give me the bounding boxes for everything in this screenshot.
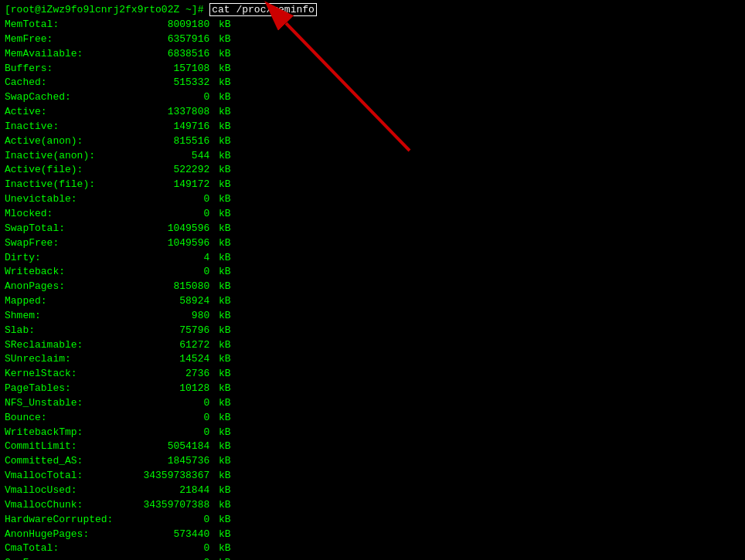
mem-value: 58924 — [138, 294, 210, 309]
table-row: SReclaimable: 61272 kB — [5, 338, 740, 353]
table-row: Dirty: 4 kB — [5, 251, 740, 266]
mem-unit: kB — [213, 352, 230, 367]
mem-unit: kB — [213, 440, 230, 454]
mem-value: 0 — [138, 426, 210, 440]
mem-key: NFS_Unstable: — [5, 396, 138, 411]
mem-key: CmaTotal: — [5, 541, 138, 556]
mem-unit: kB — [213, 528, 230, 542]
mem-key: Committed_AS: — [5, 454, 138, 469]
table-row: Bounce: 0 kB — [5, 411, 740, 426]
table-row: VmallocChunk: 34359707388 kB — [5, 498, 740, 513]
terminal-window: [root@iZwz9fo9lcnrj2fx9rto02Z ~]# cat /p… — [0, 0, 745, 560]
mem-unit: kB — [213, 222, 230, 236]
mem-unit: kB — [213, 411, 230, 426]
table-row: Mlocked: 0 kB — [5, 207, 740, 222]
mem-key: Writeback: — [5, 265, 138, 280]
mem-value: 0 — [138, 265, 210, 280]
mem-value: 0 — [138, 556, 210, 560]
table-row: Active: 1337808 kB — [5, 105, 740, 120]
mem-value: 5054184 — [138, 440, 210, 454]
mem-unit: kB — [213, 134, 230, 149]
mem-unit: kB — [213, 178, 230, 192]
table-row: Inactive(anon): 544 kB — [5, 149, 740, 164]
mem-value: 0 — [138, 513, 210, 528]
table-row: Buffers: 157108 kB — [5, 62, 740, 76]
mem-value: 34359707388 — [138, 498, 210, 513]
table-row: Active(file): 522292 kB — [5, 163, 740, 178]
meminfo-output: MemTotal: 8009180 kBMemFree: 6357916 kBM… — [5, 18, 740, 560]
mem-key: MemAvailable: — [5, 47, 138, 62]
mem-key: AnonPages: — [5, 280, 138, 294]
mem-unit: kB — [213, 62, 230, 76]
mem-key: Cached: — [5, 76, 138, 90]
mem-value: 6357916 — [138, 32, 210, 47]
table-row: Inactive(file): 149172 kB — [5, 178, 740, 192]
table-row: MemTotal: 8009180 kB — [5, 18, 740, 32]
table-row: Committed_AS: 1845736 kB — [5, 454, 740, 469]
mem-key: SwapTotal: — [5, 222, 138, 236]
mem-key: AnonHugePages: — [5, 528, 138, 542]
mem-unit: kB — [213, 192, 230, 207]
mem-value: 544 — [138, 149, 210, 164]
table-row: AnonPages: 815080 kB — [5, 280, 740, 294]
command-text: cat /proc/meminfo — [209, 3, 317, 16]
mem-value: 6838516 — [138, 47, 210, 62]
mem-unit: kB — [213, 396, 230, 411]
mem-value: 4 — [138, 251, 210, 266]
mem-key: Dirty: — [5, 251, 138, 266]
mem-value: 75796 — [138, 324, 210, 338]
prompt-text: [root@iZwz9fo9lcnrj2fx9rto02Z ~]# — [5, 4, 209, 15]
table-row: MemAvailable: 6838516 kB — [5, 47, 740, 62]
mem-unit: kB — [213, 338, 230, 353]
mem-unit: kB — [213, 76, 230, 90]
mem-key: Unevictable: — [5, 192, 138, 207]
mem-unit: kB — [213, 367, 230, 382]
mem-unit: kB — [213, 484, 230, 498]
table-row: SwapFree: 1049596 kB — [5, 236, 740, 251]
table-row: Inactive: 149716 kB — [5, 120, 740, 134]
mem-value: 815516 — [138, 134, 210, 149]
mem-unit: kB — [213, 382, 230, 396]
mem-key: Slab: — [5, 324, 138, 338]
mem-value: 0 — [138, 90, 210, 105]
mem-key: VmallocChunk: — [5, 498, 138, 513]
mem-unit: kB — [213, 105, 230, 120]
table-row: SwapCached: 0 kB — [5, 90, 740, 105]
mem-unit: kB — [213, 265, 230, 280]
mem-key: CommitLimit: — [5, 440, 138, 454]
mem-key: PageTables: — [5, 382, 138, 396]
mem-value: 1049596 — [138, 236, 210, 251]
mem-value: 149716 — [138, 120, 210, 134]
mem-unit: kB — [213, 426, 230, 440]
mem-key: HardwareCorrupted: — [5, 513, 138, 528]
table-row: Slab: 75796 kB — [5, 324, 740, 338]
mem-unit: kB — [213, 163, 230, 178]
mem-value: 157108 — [138, 62, 210, 76]
mem-unit: kB — [213, 556, 230, 560]
mem-value: 0 — [138, 396, 210, 411]
mem-value: 61272 — [138, 338, 210, 353]
table-row: Writeback: 0 kB — [5, 265, 740, 280]
mem-unit: kB — [213, 236, 230, 251]
mem-key: CmaFree: — [5, 556, 138, 560]
table-row: Shmem: 980 kB — [5, 309, 740, 324]
mem-key: Active(file): — [5, 163, 138, 178]
mem-unit: kB — [213, 294, 230, 309]
mem-key: Buffers: — [5, 62, 138, 76]
mem-unit: kB — [213, 454, 230, 469]
mem-key: KernelStack: — [5, 367, 138, 382]
mem-unit: kB — [213, 251, 230, 266]
mem-unit: kB — [213, 120, 230, 134]
mem-key: Shmem: — [5, 309, 138, 324]
mem-value: 0 — [138, 541, 210, 556]
mem-value: 0 — [138, 192, 210, 207]
mem-value: 14524 — [138, 352, 210, 367]
table-row: CmaTotal: 0 kB — [5, 541, 740, 556]
mem-value: 522292 — [138, 163, 210, 178]
mem-value: 149172 — [138, 178, 210, 192]
mem-key: MemFree: — [5, 32, 138, 47]
mem-key: Mlocked: — [5, 207, 138, 222]
mem-unit: kB — [213, 513, 230, 528]
mem-value: 815080 — [138, 280, 210, 294]
mem-key: Bounce: — [5, 411, 138, 426]
